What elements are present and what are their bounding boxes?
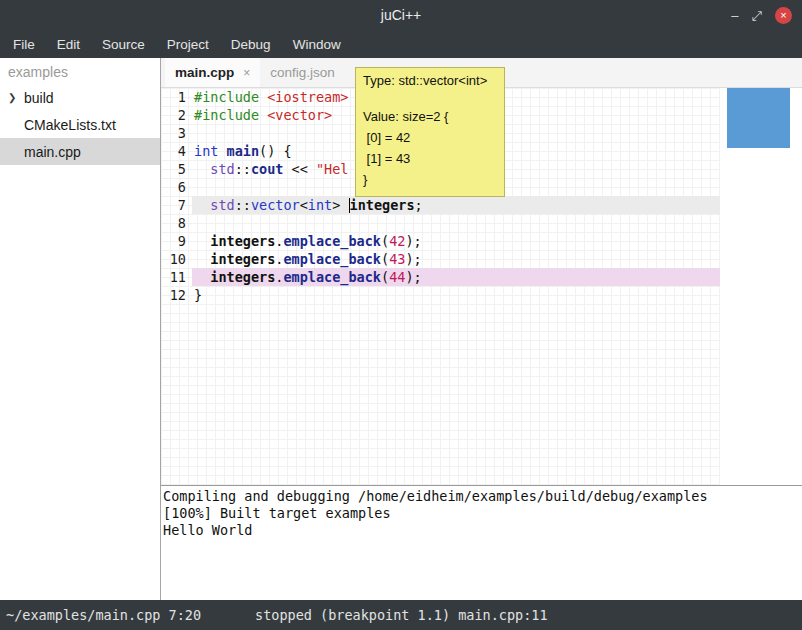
code-token: <iostream> [267, 89, 348, 105]
terminal-line: Compiling and debugging /home/eidheim/ex… [163, 488, 802, 505]
code-token: integers [210, 269, 275, 285]
tree-item-label: CMakeLists.txt [24, 117, 116, 133]
line-code: std::vector<int> integers; [192, 196, 720, 214]
tree-item-label: build [24, 90, 54, 106]
code-token: << [283, 161, 316, 177]
terminal-output[interactable]: Compiling and debugging /home/eidheim/ex… [161, 485, 802, 600]
code-token: integers [210, 251, 275, 267]
code-token: emplace_back [283, 251, 381, 267]
window-controls: – ⤢ × [731, 0, 792, 30]
line-number: 7 [161, 196, 192, 214]
code-token: #include [194, 89, 267, 105]
code-token: ; [415, 197, 423, 213]
code-token: std [210, 161, 234, 177]
terminal-line: Hello World [163, 522, 802, 539]
tooltip-value-line: } [363, 169, 497, 190]
file-tree-header: examples [0, 58, 160, 84]
menu-window[interactable]: Window [282, 30, 352, 58]
line-code: integers.emplace_back(44); [192, 268, 720, 286]
code-token: ); [405, 269, 421, 285]
code-token: () { [259, 143, 292, 159]
code-token: } [194, 287, 202, 303]
line-number: 12 [161, 286, 192, 304]
tree-item-cmakelists.txt[interactable]: CMakeLists.txt [0, 111, 160, 138]
tooltip-value-line: [1] = 43 [363, 148, 497, 169]
app-window: juCi++ – ⤢ × FileEditSourceProjectDebugW… [0, 0, 802, 630]
line-number: 8 [161, 214, 192, 232]
code-token: integers [210, 233, 275, 249]
menu-project[interactable]: Project [156, 30, 220, 58]
line-code: integers.emplace_back(42); [192, 232, 720, 250]
tab-config.json[interactable]: config.json [260, 58, 345, 87]
tree-item-label: main.cpp [24, 144, 81, 160]
menu-bar: FileEditSourceProjectDebugWindow [0, 30, 802, 58]
window-title: juCi++ [0, 7, 802, 23]
line-number: 4 [161, 142, 192, 160]
code-token: 42 [389, 233, 405, 249]
line-number: 2 [161, 106, 192, 124]
main-area: examples ❯buildCMakeLists.txtmain.cpp ma… [0, 58, 802, 600]
code-token: ( [381, 251, 389, 267]
code-token: :: [235, 197, 251, 213]
file-tree-panel: examples ❯buildCMakeLists.txtmain.cpp [0, 58, 161, 600]
code-line-10[interactable]: 10 integers.emplace_back(43); [161, 250, 720, 268]
code-token: main [227, 143, 260, 159]
code-token: < [300, 197, 308, 213]
editor-panel: main.cpp×config.json 1#include <iostream… [161, 58, 802, 600]
code-token: ( [381, 233, 389, 249]
code-token: cout [251, 161, 284, 177]
tree-item-main.cpp[interactable]: main.cpp [0, 138, 160, 165]
line-number: 5 [161, 160, 192, 178]
code-line-9[interactable]: 9 integers.emplace_back(42); [161, 232, 720, 250]
status-cursor-position: ~/examples/main.cpp 7:20 [6, 607, 201, 623]
code-line-8[interactable]: 8 [161, 214, 720, 232]
debug-value-tooltip: Type: std::vector<int> Value: size=2 { [… [355, 67, 505, 197]
code-token: emplace_back [283, 269, 381, 285]
tree-item-build[interactable]: ❯build [0, 84, 160, 111]
code-token: ( [381, 269, 389, 285]
menu-debug[interactable]: Debug [220, 30, 282, 58]
chevron-right-icon: ❯ [8, 92, 18, 103]
code-token: emplace_back [283, 233, 381, 249]
code-line-11[interactable]: 11 integers.emplace_back(44); [161, 268, 720, 286]
code-token: #include [194, 107, 267, 123]
line-number: 9 [161, 232, 192, 250]
code-token: <vector> [267, 107, 332, 123]
line-number: 11 [161, 268, 192, 286]
code-token [194, 269, 210, 285]
line-code [192, 214, 720, 232]
line-number: 3 [161, 124, 192, 142]
line-code: } [192, 286, 720, 304]
menu-file[interactable]: File [2, 30, 46, 58]
code-line-12[interactable]: 12} [161, 286, 720, 304]
code-token: ); [405, 251, 421, 267]
tab-main.cpp[interactable]: main.cpp× [165, 58, 260, 87]
code-token: int [308, 197, 332, 213]
tab-close-icon[interactable]: × [243, 66, 250, 80]
terminal-line: [100%] Built target examples [163, 505, 802, 522]
code-token: int [194, 143, 218, 159]
code-token: integers [350, 197, 415, 213]
maximize-icon[interactable]: ⤢ [752, 9, 762, 22]
line-code: integers.emplace_back(43); [192, 250, 720, 268]
minimap[interactable] [727, 88, 790, 148]
close-icon[interactable]: × [775, 7, 792, 24]
scrollbar-area[interactable] [720, 88, 802, 485]
file-tree: ❯buildCMakeLists.txtmain.cpp [0, 84, 160, 165]
code-token [194, 233, 210, 249]
title-bar: juCi++ – ⤢ × [0, 0, 802, 30]
tooltip-value-line: [0] = 42 [363, 127, 497, 148]
tooltip-value-lines: Value: size=2 { [0] = 42 [1] = 43} [363, 106, 497, 190]
tooltip-value-line: Value: size=2 { [363, 106, 497, 127]
code-token: 43 [389, 251, 405, 267]
code-token: ); [405, 233, 421, 249]
code-line-7[interactable]: 7 std::vector<int> integers; [161, 196, 720, 214]
code-token: 44 [389, 269, 405, 285]
menu-edit[interactable]: Edit [46, 30, 91, 58]
menu-source[interactable]: Source [91, 30, 156, 58]
code-token: "Hel [316, 161, 349, 177]
code-token: > [332, 197, 348, 213]
code-token: vector [251, 197, 300, 213]
code-token [218, 143, 226, 159]
minimize-icon[interactable]: – [731, 9, 738, 22]
